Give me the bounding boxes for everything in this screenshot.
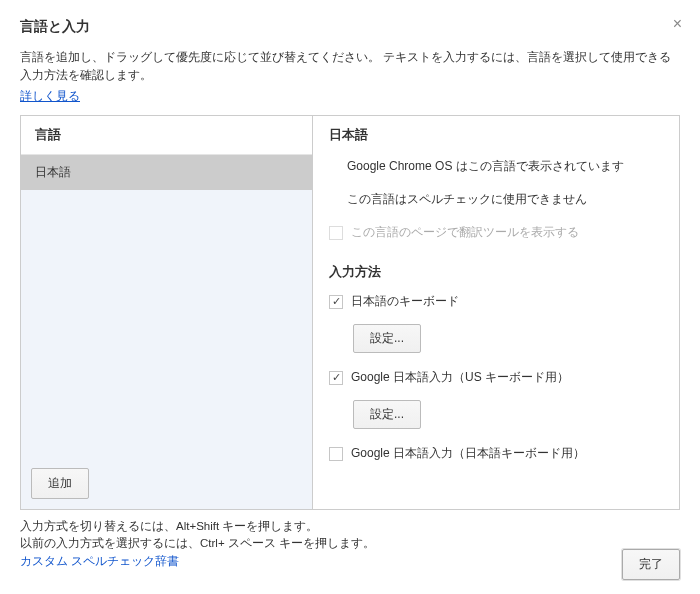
main-content: 言語 日本語 追加 日本語 Google Chrome OS はこの言語で表示さ… — [20, 115, 680, 510]
input-method-label: Google 日本語入力（日本語キーボード用） — [351, 445, 585, 462]
chrome-display-info: Google Chrome OS はこの言語で表示されています — [347, 158, 663, 175]
input-method-checkbox-1[interactable] — [329, 371, 343, 385]
input-method-label: Google 日本語入力（US キーボード用） — [351, 369, 569, 386]
language-details-panel: 日本語 Google Chrome OS はこの言語で表示されています この言語… — [313, 116, 679, 509]
language-item-japanese[interactable]: 日本語 — [21, 155, 312, 190]
dialog-description: 言語を追加し、ドラッグして優先度に応じて並び替えてください。 テキストを入力する… — [20, 48, 680, 84]
input-method-label: 日本語のキーボード — [351, 293, 459, 310]
translate-option-row: この言語のページで翻訳ツールを表示する — [329, 224, 663, 241]
input-method-checkbox-0[interactable] — [329, 295, 343, 309]
dialog-footer: 入力方式を切り替えるには、Alt+Shift キーを押します。 以前の入力方式を… — [20, 518, 680, 570]
translate-label: この言語のページで翻訳ツールを表示する — [351, 224, 579, 241]
language-list: 日本語 — [21, 155, 312, 458]
language-list-panel: 言語 日本語 追加 — [21, 116, 313, 509]
done-button[interactable]: 完了 — [622, 549, 680, 580]
learn-more-link[interactable]: 詳しく見る — [20, 89, 80, 103]
input-method-row: 日本語のキーボード — [329, 293, 663, 310]
dialog-title: 言語と入力 — [20, 18, 680, 36]
language-heading: 言語 — [21, 116, 312, 155]
custom-dictionary-link[interactable]: カスタム スペルチェック辞書 — [20, 555, 179, 567]
input-settings-button-0[interactable]: 設定... — [353, 324, 421, 353]
spellcheck-info: この言語はスペルチェックに使用できません — [347, 191, 663, 208]
input-method-heading: 入力方法 — [329, 263, 663, 281]
input-method-checkbox-2[interactable] — [329, 447, 343, 461]
add-language-button[interactable]: 追加 — [31, 468, 89, 499]
shortcut-hint-1: 入力方式を切り替えるには、Alt+Shift キーを押します。 — [20, 518, 680, 535]
input-method-row: Google 日本語入力（US キーボード用） — [329, 369, 663, 386]
language-input-dialog: 言語と入力 × 言語を追加し、ドラッグして優先度に応じて並び替えてください。 テ… — [0, 0, 700, 594]
language-list-footer: 追加 — [21, 458, 312, 509]
dialog-header: 言語と入力 × 言語を追加し、ドラッグして優先度に応じて並び替えてください。 テ… — [20, 18, 680, 105]
close-icon[interactable]: × — [673, 16, 682, 32]
input-method-row: Google 日本語入力（日本語キーボード用） — [329, 445, 663, 462]
shortcut-hint-2: 以前の入力方式を選択するには、Ctrl+ スペース キーを押します。 — [20, 535, 680, 552]
translate-checkbox — [329, 226, 343, 240]
input-settings-button-1[interactable]: 設定... — [353, 400, 421, 429]
selected-language-heading: 日本語 — [329, 126, 663, 144]
